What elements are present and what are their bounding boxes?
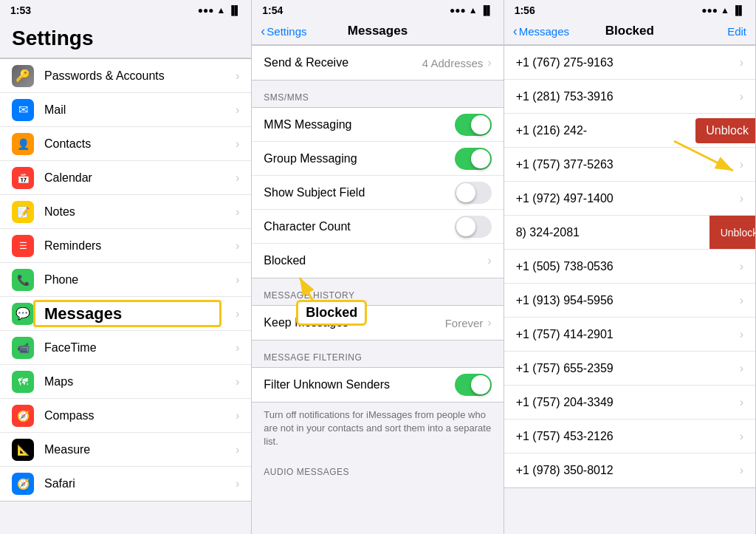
settings-item-facetime[interactable]: 📹 FaceTime › [0, 331, 251, 365]
filter-label: Filter Unknown Senders [264, 378, 454, 391]
settings-item-measure[interactable]: 📐 Measure › [0, 433, 251, 467]
blocked-number-item[interactable]: +1 (757) 453-2126 › [504, 420, 755, 453]
settings-item-maps[interactable]: 🗺 Maps › [0, 365, 251, 399]
signal-icon: ●●● [198, 5, 214, 16]
signal-icon: ●●● [450, 5, 466, 16]
blocked-number-item[interactable]: +1 (281) 753-3916 › [504, 80, 755, 114]
reminders-icon: ☰ [12, 235, 34, 257]
chevron-icon: › [740, 158, 743, 171]
settings-item-contacts[interactable]: 👤 Contacts › [0, 127, 251, 161]
show-subject-toggle[interactable] [455, 182, 492, 204]
facetime-label: FaceTime [44, 341, 236, 355]
settings-item-passwords[interactable]: 🔑 Passwords & Accounts › [0, 59, 251, 93]
group-messaging-toggle[interactable] [455, 148, 492, 170]
blocked-annotation-box: Blocked [296, 300, 367, 326]
chevron-icon: › [236, 205, 239, 219]
chevron-icon: › [740, 362, 743, 375]
settings-item-compass[interactable]: 🧭 Compass › [0, 399, 251, 433]
status-bar-3: 1:56 ●●● ▲ ▐▌ [504, 0, 755, 21]
chevron-icon: › [236, 137, 239, 151]
mms-toggle[interactable] [455, 114, 492, 136]
chevron-icon: › [487, 56, 491, 69]
blocked-number-item[interactable]: +1 (505) 738-0536 › [504, 250, 755, 284]
time-2: 1:54 [262, 4, 283, 16]
blocked-nav-title: Blocked [605, 24, 654, 38]
character-count-toggle[interactable] [455, 216, 492, 238]
blocked-number-item[interactable]: +1 (913) 954-5956 › [504, 284, 755, 318]
toggle-knob [471, 115, 490, 134]
phone-icon: 📞 [12, 269, 34, 291]
group-messaging-label: Group Messaging [264, 152, 454, 165]
phone-number: +1 (978) 350-8012 [516, 464, 740, 477]
blocked-number-item[interactable]: +1 (757) 377-5263 › [504, 148, 755, 182]
chevron-icon: › [236, 477, 239, 490]
show-subject-item[interactable]: Show Subject Field [252, 176, 503, 210]
unblock-partial[interactable]: Unblock [709, 216, 755, 249]
filter-section-header: MESSAGE FILTERING [252, 340, 503, 367]
group-messaging-item[interactable]: Group Messaging [252, 142, 503, 176]
phone-number: +1 (972) 497-1400 [516, 192, 740, 205]
phone-label: Phone [44, 273, 236, 287]
toggle-knob [471, 149, 490, 168]
blocked-number-item[interactable]: +1 (757) 204-3349 › [504, 386, 755, 420]
settings-item-messages[interactable]: 💬 Messages › [0, 297, 251, 331]
keep-messages-value: Forever [445, 317, 484, 329]
phone-number: +1 (757) 655-2359 [516, 362, 740, 375]
settings-item-calendar[interactable]: 📅 Calendar › [0, 161, 251, 195]
settings-item-phone[interactable]: 📞 Phone › [0, 263, 251, 297]
filter-description: Turn off notifications for iMessages fro… [252, 403, 503, 455]
mms-item[interactable]: MMS Messaging [252, 108, 503, 142]
chevron-icon: › [740, 192, 743, 205]
settings-item-safari[interactable]: 🧭 Safari › [0, 467, 251, 501]
chevron-icon: › [740, 294, 743, 307]
blocked-back-button[interactable]: ‹ Messages [513, 24, 569, 39]
unblock-button[interactable]: Unblock [695, 118, 755, 143]
settings-item-mail[interactable]: ✉ Mail › [0, 93, 251, 127]
filter-toggle[interactable] [455, 374, 492, 396]
settings-item-notes[interactable]: 📝 Notes › [0, 195, 251, 229]
blocked-number-item[interactable]: +1 (972) 497-1400 › [504, 182, 755, 216]
chevron-icon: › [740, 56, 743, 69]
settings-list: 🔑 Passwords & Accounts › ✉ Mail › 👤 Cont… [0, 58, 251, 534]
phone-number: 8) 324-2081 [516, 226, 740, 239]
send-receive-label: Send & Receive [264, 56, 422, 69]
sms-section: MMS Messaging Group Messaging Show Subje… [252, 107, 503, 278]
chevron-icon: › [740, 328, 743, 341]
chevron-icon: › [740, 396, 743, 409]
edit-button[interactable]: Edit [727, 25, 746, 38]
blocked-number-item-unblock[interactable]: +1 (216) 242- Unblock [504, 114, 755, 148]
phone-number: +1 (757) 204-3349 [516, 396, 740, 409]
signal-icon: ●●● [701, 5, 718, 16]
maps-icon: 🗺 [12, 371, 34, 393]
blocked-number-item[interactable]: +1 (978) 350-8012 › [504, 453, 755, 487]
send-receive-item[interactable]: Send & Receive 4 Addresses › [252, 46, 503, 80]
contacts-icon: 👤 [12, 133, 34, 155]
message-history-header: MESSAGE HISTORY [252, 278, 503, 305]
back-button[interactable]: ‹ Settings [261, 24, 306, 39]
blocked-number-item[interactable]: +1 (757) 414-2901 › [504, 318, 755, 352]
filter-unknown-item[interactable]: Filter Unknown Senders [252, 368, 503, 402]
messages-panel: 1:54 ●●● ▲ ▐▌ ‹ Settings Messages Send &… [252, 0, 504, 534]
settings-item-reminders[interactable]: ☰ Reminders › [0, 229, 251, 263]
wifi-icon: ▲ [721, 5, 729, 16]
blocked-number-item[interactable]: +1 (757) 655-2359 › [504, 352, 755, 386]
keep-messages-item[interactable]: Keep Messages Forever › [252, 306, 503, 340]
blocked-number-item[interactable]: +1 (767) 275-9163 › [504, 46, 755, 80]
messages-label: Messages [44, 304, 236, 324]
blocked-number-item-unblock2[interactable]: 8) 324-2081 › Unblock [504, 216, 755, 250]
character-count-item[interactable]: Character Count [252, 210, 503, 244]
facetime-icon: 📹 [12, 337, 34, 359]
blocked-item[interactable]: Blocked › [252, 244, 503, 278]
chevron-icon: › [740, 260, 743, 273]
battery-icon: ▐▌ [481, 5, 493, 16]
passwords-label: Passwords & Accounts [44, 69, 236, 83]
phone-number: +1 (913) 954-5956 [516, 294, 740, 307]
chevron-icon: › [236, 103, 239, 117]
chevron-icon: › [236, 409, 239, 422]
measure-label: Measure [44, 443, 236, 456]
character-count-label: Character Count [264, 220, 454, 233]
blocked-label: Blocked [264, 254, 487, 267]
chevron-icon: › [236, 239, 239, 253]
blocked-list-content: +1 (767) 275-9163 › +1 (281) 753-3916 › … [504, 45, 755, 534]
messages-settings-content: Send & Receive 4 Addresses › SMS/MMS MMS… [252, 45, 503, 534]
